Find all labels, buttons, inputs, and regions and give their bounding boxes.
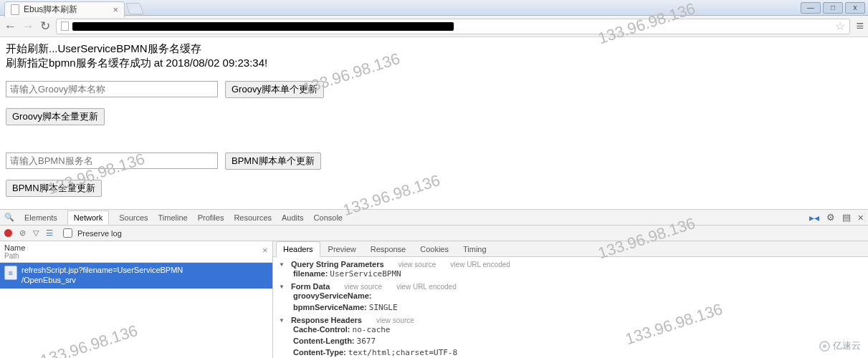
request-path: /OpenEbus_srv xyxy=(22,276,183,286)
close-details-icon[interactable]: × xyxy=(262,245,268,256)
tab-cookies[interactable]: Cookies xyxy=(414,242,455,256)
view-source-link-3[interactable]: view source xyxy=(376,316,414,324)
window-maximize-button[interactable]: □ xyxy=(823,2,843,14)
tab-resources[interactable]: Resources xyxy=(234,213,272,222)
view-url-encoded-link-2[interactable]: view URL encoded xyxy=(396,283,457,291)
groovy-name-input[interactable] xyxy=(6,81,218,97)
page-icon xyxy=(11,4,19,15)
drawer-toggle-icon[interactable]: ▤ xyxy=(842,212,851,223)
tab-timeline[interactable]: Timeline xyxy=(158,213,188,222)
tab-title: Ebus脚本刷新 xyxy=(24,4,77,16)
form-data-header[interactable]: Form Data xyxy=(291,282,330,291)
resp-key-cache: Cache-Control: xyxy=(293,325,350,334)
request-name: refreshScript.jsp?filename=UserServiceBP… xyxy=(22,266,183,276)
resp-val-cache: no-cache xyxy=(353,325,391,334)
form-key-bpmn: bpmnServiceName: xyxy=(293,303,367,311)
resp-val-type: text/html;charset=UTF-8 xyxy=(348,348,457,357)
tab-headers[interactable]: Headers xyxy=(276,241,320,257)
qsp-val-filename: UserServiceBPMN xyxy=(330,269,401,279)
chrome-menu-icon[interactable]: ≡ xyxy=(856,19,864,34)
tab-console[interactable]: Console xyxy=(314,213,343,222)
form-val-bpmn: SINGLE xyxy=(369,303,398,312)
devtools-toolbar: 🔍 Elements Network Sources Timeline Prof… xyxy=(0,210,868,226)
url-input[interactable]: ☆ xyxy=(56,19,850,34)
resp-val-length: 3677 xyxy=(357,337,376,346)
resp-key-length: Content-Length: xyxy=(293,337,355,345)
window-titlebar: Ebus脚本刷新 × — □ x xyxy=(0,0,868,16)
status-line-2: 刷新指定bpmn服务名缓存成功 at 2018/08/02 09:23:34! xyxy=(6,56,862,70)
brand-logo-icon xyxy=(819,341,830,352)
inspect-icon[interactable]: 🔍 xyxy=(4,213,14,222)
devtools-panel: 🔍 Elements Network Sources Timeline Prof… xyxy=(0,209,868,358)
bookmark-icon[interactable]: ☆ xyxy=(835,19,845,33)
tab-profiles[interactable]: Profiles xyxy=(198,213,224,222)
record-icon[interactable] xyxy=(4,229,12,237)
tab-sources[interactable]: Sources xyxy=(119,213,148,222)
response-headers-header[interactable]: Response Headers xyxy=(291,316,362,324)
page-content: 开始刷新...UserServiceBPMN服务名缓存 刷新指定bpmn服务名缓… xyxy=(0,37,868,201)
request-type-icon: ≡ xyxy=(4,266,17,280)
forward-button[interactable]: → xyxy=(22,19,34,34)
query-string-parameters-header[interactable]: Query String Parameters xyxy=(291,260,384,268)
new-tab-button[interactable] xyxy=(125,3,144,14)
preserve-log-checkbox[interactable] xyxy=(63,228,72,238)
groovy-single-update-button[interactable]: Groovy脚本单个更新 xyxy=(225,81,324,98)
address-bar: ← → ↻ ☆ ≡ xyxy=(0,16,868,37)
view-source-link[interactable]: view source xyxy=(399,261,437,268)
close-tab-icon[interactable]: × xyxy=(113,4,118,15)
window-close-button[interactable]: x xyxy=(845,2,865,14)
column-name[interactable]: Name xyxy=(4,243,268,252)
clear-icon[interactable]: ⊘ xyxy=(19,228,26,238)
view-url-encoded-link[interactable]: view URL encoded xyxy=(450,261,510,268)
browser-tab[interactable]: Ebus脚本刷新 × xyxy=(4,1,125,17)
filter-icon[interactable]: ▽ xyxy=(33,228,39,238)
view-source-link-2[interactable]: view source xyxy=(344,283,382,291)
network-request-row[interactable]: ≡ refreshScript.jsp?filename=UserService… xyxy=(0,263,272,289)
bpmn-name-input[interactable] xyxy=(6,153,218,169)
tab-network[interactable]: Network xyxy=(67,211,109,225)
network-request-list: Name Path ≡ refreshScript.jsp?filename=U… xyxy=(0,241,273,358)
bpmn-all-update-button[interactable]: BPMN脚本全量更新 xyxy=(6,180,102,197)
column-path: Path xyxy=(4,252,268,260)
tab-response[interactable]: Response xyxy=(364,242,413,256)
settings-icon[interactable]: ⚙ xyxy=(826,212,835,223)
devtools-close-icon[interactable]: × xyxy=(858,212,864,223)
network-filter-bar: ⊘ ▽ ☰ Preserve log xyxy=(0,226,868,241)
brand-badge: 亿速云 xyxy=(819,339,861,352)
back-button[interactable]: ← xyxy=(4,19,16,34)
network-detail-pane: × Headers Preview Response Cookies Timin… xyxy=(273,241,868,358)
tab-timing[interactable]: Timing xyxy=(457,242,493,256)
brand-text: 亿速云 xyxy=(833,339,861,352)
preserve-log-label: Preserve log xyxy=(77,229,122,238)
form-key-groovy: groovyServiceName: xyxy=(293,291,371,300)
resp-key-type: Content-Type: xyxy=(293,348,346,357)
status-line-1: 开始刷新...UserServiceBPMN服务名缓存 xyxy=(6,42,862,56)
tab-preview[interactable]: Preview xyxy=(322,242,363,256)
dock-side-icon[interactable]: ▸◂ xyxy=(809,212,819,223)
tab-elements[interactable]: Elements xyxy=(24,213,57,222)
bpmn-single-update-button[interactable]: BPMN脚本单个更新 xyxy=(225,153,321,170)
url-redacted xyxy=(72,22,454,31)
reload-button[interactable]: ↻ xyxy=(40,19,50,34)
qsp-key-filename: filename: xyxy=(293,269,328,278)
groovy-all-update-button[interactable]: Groovy脚本全量更新 xyxy=(6,108,105,125)
detail-tabs: Headers Preview Response Cookies Timing xyxy=(273,241,868,257)
tab-audits[interactable]: Audits xyxy=(282,213,304,222)
site-icon xyxy=(61,21,69,31)
view-toggle-icon[interactable]: ☰ xyxy=(46,228,53,238)
window-minimize-button[interactable]: — xyxy=(801,2,821,14)
